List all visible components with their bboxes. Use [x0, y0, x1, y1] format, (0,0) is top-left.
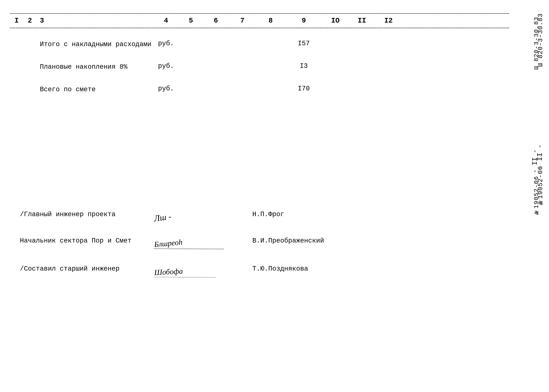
table-row: Всего по смете руб. I70 — [10, 78, 509, 101]
signature-row-2: Начальник сектора Пор и Смет Блшреоh В.И… — [20, 237, 509, 255]
table-header-row: I 2 3 4 5 6 7 8 9 IO II I2 — [10, 14, 509, 28]
col-header-7: 7 — [229, 17, 256, 25]
sig-sign-2: Блшреоh — [153, 237, 252, 255]
row2-col3: Плановые накопления 8% — [36, 62, 153, 72]
page: I 2 3 4 5 6 7 8 9 IO II I2 Итого с накла… — [0, 0, 549, 392]
col-header-12: I2 — [375, 17, 402, 25]
signatures-section: /Главный инженер проекта Лш - Н.П.Фрог Н… — [20, 211, 509, 293]
col-header-10: IO — [322, 17, 349, 25]
sig-sign-3: Шобoфа — [153, 265, 252, 283]
sig-name-2: В.И.Преображенский — [252, 237, 352, 245]
svg-text:Блшреоh: Блшреоh — [154, 238, 183, 249]
sig-title-2: Начальник сектора Пор и Смет — [20, 237, 153, 245]
sig-name-1: Н.П.Фрог — [252, 211, 352, 218]
col-header-9: 9 — [285, 17, 322, 25]
col-header-3: 3 — [36, 17, 153, 25]
label-ii: - II - — [531, 149, 539, 173]
sig-title-3: /Составил старший инженер — [20, 265, 153, 273]
row3-col3: Всего по смете — [36, 85, 153, 94]
table-section: I 2 3 4 5 6 7 8 9 IO II I2 Итого с накла… — [10, 13, 509, 101]
col-header-8: 8 — [256, 17, 285, 25]
sig-sign-1: Лш - — [153, 211, 252, 227]
signature-svg-3: Шобoфа — [153, 265, 236, 282]
svg-line-4 — [154, 277, 216, 277]
col-header-5: 5 — [179, 17, 203, 25]
svg-text:Лш -: Лш - — [153, 211, 172, 223]
svg-text:Шобoфа: Шобoфа — [154, 267, 183, 277]
row1-col4: руб. — [153, 40, 179, 47]
row2-col4: руб. — [153, 62, 179, 70]
col-header-6: 6 — [203, 17, 229, 25]
signature-svg-2: Блшреоh — [153, 237, 236, 254]
label-19052: №19052-06 — [533, 176, 540, 216]
col-header-11: II — [349, 17, 375, 25]
signature-svg-1: Лш - — [153, 211, 216, 226]
row2-col9: I3 — [285, 62, 322, 70]
row3-col9: I70 — [285, 85, 322, 92]
svg-line-2 — [154, 249, 224, 249]
col-header-1: I — [10, 17, 23, 25]
table-row: Итого с накладными расходами руб. I57 — [10, 33, 509, 56]
table-row: Плановые накопления 8% руб. I3 — [10, 56, 509, 78]
row1-col3: Итого с накладными расходами — [36, 40, 153, 49]
row1-col9: I57 — [285, 40, 322, 47]
col-header-2: 2 — [23, 17, 36, 25]
sig-name-3: Т.Ю.Позднякова — [252, 265, 352, 273]
label-ш-820: Ш 820-3-30.83 — [533, 17, 540, 70]
signature-row-1: /Главный инженер проекта Лш - Н.П.Фрог — [20, 211, 509, 227]
sig-title-1: /Главный инженер проекта — [20, 211, 153, 218]
row3-col4: руб. — [153, 85, 179, 92]
signature-row-3: /Составил старший инженер Шобoфа Т.Ю.Поз… — [20, 265, 509, 283]
table-data-rows: Итого с накладными расходами руб. I57 Пл… — [10, 28, 509, 101]
col-header-4: 4 — [153, 17, 179, 25]
